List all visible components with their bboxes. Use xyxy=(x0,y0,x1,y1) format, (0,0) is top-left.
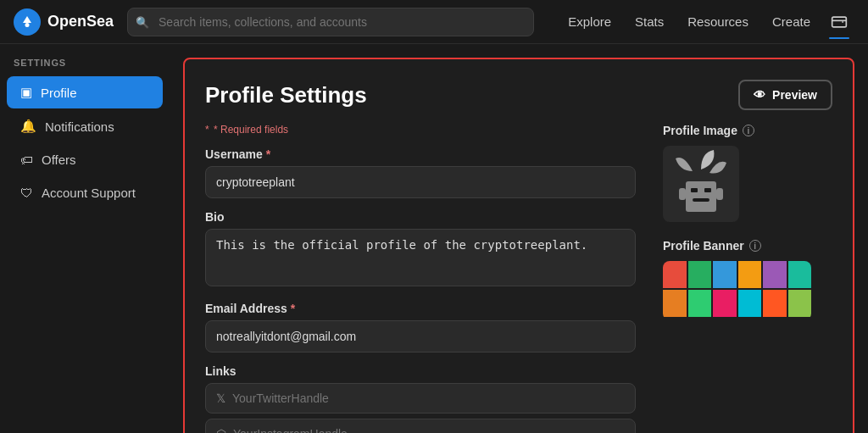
banner-cell xyxy=(663,261,687,288)
username-input[interactable] xyxy=(205,166,636,198)
instagram-input-row: ⬡ xyxy=(205,419,636,433)
bio-label: Bio xyxy=(205,210,636,224)
sidebar-item-notifications-label: Notifications xyxy=(45,119,114,134)
sidebar-item-account-support[interactable]: 🛡 Account Support xyxy=(7,177,163,208)
banner-cell xyxy=(738,290,762,317)
settings-body: * * Required fields Username * Bio xyxy=(205,124,832,433)
bio-field-group: Bio xyxy=(205,210,636,290)
profile-icon: ▣ xyxy=(20,85,32,100)
profile-banner-label: Profile Banner i xyxy=(663,239,832,253)
main-nav: Explore Stats Resources Create xyxy=(558,7,854,37)
sidebar-section-label: Settings xyxy=(0,58,170,75)
svg-rect-5 xyxy=(704,188,711,192)
offers-icon: 🏷 xyxy=(20,153,33,167)
profile-banner-info-icon[interactable]: i xyxy=(749,240,761,252)
twitter-icon: 𝕏 xyxy=(216,391,225,405)
sidebar-item-profile[interactable]: ▣ Profile xyxy=(7,76,163,108)
logo-icon xyxy=(14,8,41,36)
search-input[interactable] xyxy=(127,8,534,36)
profile-banner-area[interactable] xyxy=(663,261,811,320)
sidebar: Settings ▣ Profile 🔔 Notifications 🏷 Off… xyxy=(0,44,170,433)
search-icon: 🔍 xyxy=(136,15,149,28)
banner-cell xyxy=(763,290,787,317)
email-label: Email Address * xyxy=(205,302,636,315)
sidebar-item-notifications[interactable]: 🔔 Notifications xyxy=(7,110,163,142)
banner-cell xyxy=(688,261,712,288)
required-star: * xyxy=(205,124,209,136)
account-support-icon: 🛡 xyxy=(20,186,33,200)
bio-input[interactable] xyxy=(205,229,636,286)
settings-header: Profile Settings 👁 Preview xyxy=(205,80,832,110)
svg-point-1 xyxy=(25,23,30,27)
banner-cell xyxy=(763,261,787,288)
notification-icon: 🔔 xyxy=(20,119,36,134)
twitter-input-row: 𝕏 xyxy=(205,383,636,414)
banner-cell xyxy=(688,290,712,317)
required-note: * * Required fields xyxy=(205,124,636,136)
sidebar-item-offers[interactable]: 🏷 Offers xyxy=(7,144,163,175)
logo-text: OpenSea xyxy=(47,13,114,31)
nav-stats[interactable]: Stats xyxy=(625,9,674,34)
settings-left: * * Required fields Username * Bio xyxy=(205,124,636,433)
sidebar-item-offers-label: Offers xyxy=(42,153,76,167)
instagram-icon: ⬡ xyxy=(216,427,226,433)
links-label: Links xyxy=(205,364,636,378)
nav-resources[interactable]: Resources xyxy=(677,9,759,34)
email-input[interactable] xyxy=(205,320,636,353)
eye-icon: 👁 xyxy=(754,88,765,102)
svg-rect-6 xyxy=(693,198,709,202)
email-field-group: Email Address * xyxy=(205,302,636,353)
profile-image-label: Profile Image i xyxy=(663,124,832,137)
nav-explore[interactable]: Explore xyxy=(558,9,621,34)
banner-cell xyxy=(713,261,737,288)
twitter-input[interactable] xyxy=(232,391,625,405)
profile-image-area[interactable] xyxy=(663,146,739,222)
nav-create[interactable]: Create xyxy=(762,9,821,34)
username-label: Username * xyxy=(205,147,636,161)
links-field-group: Links 𝕏 ⬡ ⊞ xyxy=(205,364,636,433)
username-field-group: Username * xyxy=(205,147,636,198)
banner-cell xyxy=(788,290,812,317)
logo[interactable]: OpenSea xyxy=(14,8,114,36)
banner-cell xyxy=(713,290,737,317)
username-required: * xyxy=(266,147,270,161)
sidebar-item-account-support-label: Account Support xyxy=(42,186,136,200)
banner-cell xyxy=(788,261,812,288)
profile-image-info-icon[interactable]: i xyxy=(743,125,754,136)
page-title: Profile Settings xyxy=(205,82,367,108)
svg-rect-3 xyxy=(686,181,716,212)
instagram-input[interactable] xyxy=(233,427,625,433)
preview-label: Preview xyxy=(772,88,817,102)
svg-rect-8 xyxy=(716,188,723,200)
search-bar: 🔍 xyxy=(127,8,534,36)
main-content: Profile Settings 👁 Preview * * Required … xyxy=(170,44,868,433)
settings-right: Profile Image i xyxy=(663,124,832,433)
svg-rect-4 xyxy=(691,188,698,192)
preview-button[interactable]: 👁 Preview xyxy=(738,80,832,110)
svg-rect-7 xyxy=(679,188,686,200)
profile-settings-box: Profile Settings 👁 Preview * * Required … xyxy=(183,58,854,433)
banner-cell xyxy=(738,261,762,288)
email-required: * xyxy=(291,302,295,315)
svg-rect-2 xyxy=(832,17,847,27)
sidebar-item-profile-label: Profile xyxy=(41,86,77,100)
banner-cell xyxy=(663,290,687,317)
wallet-icon[interactable] xyxy=(824,7,854,37)
